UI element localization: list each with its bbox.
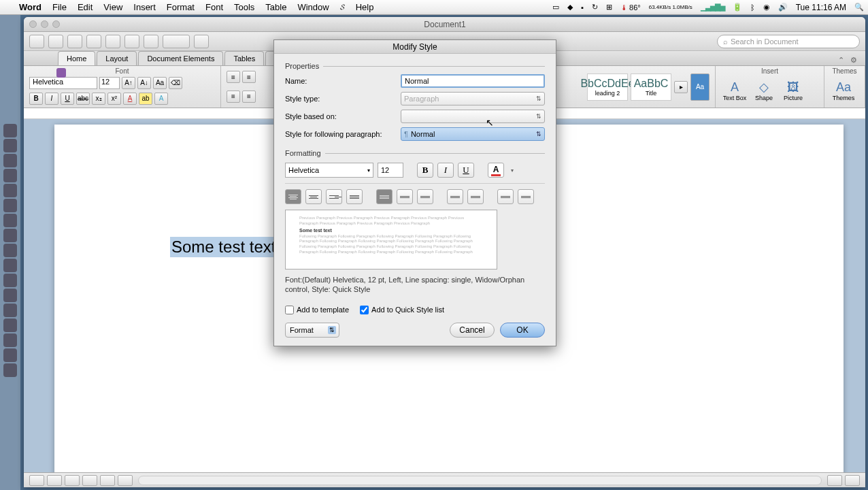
align-justify-button[interactable] (346, 189, 363, 204)
redo-button[interactable] (124, 35, 139, 48)
add-to-quick-style-checkbox[interactable]: Add to Quick Style list (360, 306, 444, 314)
tab-document-elements[interactable]: Document Elements (138, 51, 223, 65)
font-size-select[interactable]: 12 (99, 77, 120, 89)
style-title[interactable]: AaBbCTitle (631, 74, 671, 101)
dock-item[interactable] (3, 304, 17, 317)
bullets-button[interactable]: ≡ (227, 71, 240, 83)
tab-home[interactable]: Home (58, 51, 95, 65)
style-type-select[interactable]: Paragraph (401, 92, 545, 105)
spacing-15-button[interactable] (397, 189, 413, 204)
home-icon[interactable] (56, 68, 66, 78)
change-case-button[interactable]: Aa (153, 77, 167, 89)
shrink-font-button[interactable]: A↓ (137, 77, 151, 89)
menu-file[interactable]: File (47, 2, 72, 12)
menubar-wifi-icon[interactable]: ◉ (759, 3, 774, 12)
highlight-button[interactable]: ab (139, 93, 152, 105)
document-text[interactable]: Some test text (170, 237, 277, 257)
superscript-button[interactable]: x² (107, 93, 121, 105)
dock-item[interactable] (3, 274, 17, 287)
new-doc-button[interactable] (29, 35, 44, 48)
view-print-button[interactable] (29, 475, 44, 486)
search-input[interactable]: Search in Document (717, 35, 860, 48)
zoom-select[interactable] (163, 35, 190, 48)
align-left-button[interactable]: ≡ (227, 91, 240, 103)
dialog-font-select[interactable]: Helvetica (285, 163, 373, 178)
dock-item[interactable] (3, 154, 17, 167)
view-publishing-button[interactable] (65, 475, 80, 486)
subscript-button[interactable]: x₂ (92, 93, 105, 105)
cancel-button[interactable]: Cancel (450, 323, 495, 338)
horizontal-scrollbar[interactable] (138, 476, 822, 485)
format-dropdown[interactable]: Format (285, 323, 339, 338)
app-menu[interactable]: Word (14, 2, 47, 12)
ribbon-collapse-icon[interactable]: ⌃ (838, 56, 848, 65)
menubar-network-icon[interactable]: ⊞ (602, 3, 616, 12)
clear-format-button[interactable]: ⌫ (169, 77, 182, 89)
dock-item[interactable] (3, 333, 17, 347)
menu-view[interactable]: View (98, 2, 128, 12)
tab-layout[interactable]: Layout (97, 51, 137, 65)
dialog-bold-button[interactable]: B (417, 163, 433, 178)
name-input[interactable] (401, 74, 545, 88)
grow-font-button[interactable]: A↑ (122, 77, 135, 89)
dock-item[interactable] (3, 214, 17, 227)
dock-item[interactable] (3, 259, 17, 272)
dock-item[interactable] (3, 139, 17, 152)
space-before-button[interactable] (447, 189, 463, 204)
styles-more-button[interactable]: ▸ (674, 81, 688, 93)
numbering-button[interactable]: ≡ (242, 71, 256, 83)
align-center-button[interactable] (305, 189, 322, 204)
format-painter-button[interactable] (144, 35, 158, 48)
underline-button[interactable]: U (61, 93, 74, 105)
space-after-button[interactable] (467, 189, 484, 204)
view-draft-button[interactable] (118, 475, 133, 486)
style-heading2[interactable]: BbCcDdEeleading 2 (587, 74, 628, 101)
dialog-size-select[interactable]: 12 (378, 163, 403, 178)
align-center-button[interactable]: ≡ (242, 91, 256, 103)
menu-script-icon[interactable]: 𝓢 (335, 3, 350, 12)
menu-format[interactable]: Format (161, 2, 200, 12)
dock-item[interactable] (3, 244, 17, 257)
spacing-single-button[interactable] (376, 189, 393, 204)
open-button[interactable] (48, 35, 63, 48)
ribbon-settings-icon[interactable]: ⚙ (850, 56, 860, 65)
scroll-left-button[interactable] (827, 475, 842, 486)
menu-table[interactable]: Table (260, 2, 292, 12)
scroll-right-button[interactable] (845, 475, 860, 486)
menu-insert[interactable]: Insert (128, 2, 161, 12)
add-to-template-checkbox[interactable]: Add to template (285, 306, 349, 314)
minimize-button[interactable] (41, 20, 48, 28)
print-button[interactable] (86, 35, 101, 48)
dock-item[interactable] (3, 348, 17, 362)
tab-tables[interactable]: Tables (224, 51, 264, 65)
menubar-temp[interactable]: 🌡86° (616, 3, 645, 12)
dialog-underline-button[interactable]: U (458, 163, 474, 178)
menu-edit[interactable]: Edit (72, 2, 98, 12)
close-button[interactable] (29, 20, 37, 28)
dialog-font-color-dropdown[interactable]: ▾ (508, 163, 516, 178)
view-outline-button[interactable] (47, 475, 62, 486)
menubar-sync-icon[interactable]: ↻ (588, 3, 602, 12)
dialog-font-color-button[interactable]: A (488, 163, 504, 178)
align-left-button[interactable] (285, 189, 301, 204)
dock-item[interactable] (3, 229, 17, 242)
ok-button[interactable]: OK (500, 323, 545, 338)
dialog-italic-button[interactable]: I (437, 163, 454, 178)
menubar-volume-icon[interactable]: 🔊 (774, 3, 792, 12)
view-notebook-button[interactable] (82, 475, 97, 486)
dock-item[interactable] (3, 184, 17, 197)
zoom-button[interactable] (52, 20, 60, 28)
undo-button[interactable] (105, 35, 120, 48)
show-marks-button[interactable] (194, 35, 209, 48)
save-button[interactable] (67, 35, 82, 48)
increase-indent-button[interactable] (518, 189, 534, 204)
style-based-on-select[interactable] (401, 110, 545, 123)
dock-item[interactable] (3, 289, 17, 302)
menubar-clock[interactable]: Tue 11:16 AM (792, 3, 850, 12)
menubar-netspeed[interactable]: 63.4KB/s 1.0MB/s (645, 5, 697, 10)
font-family-select[interactable]: Helvetica (29, 77, 97, 89)
menubar-battery-icon[interactable]: 🔋 (729, 3, 746, 12)
dock-item[interactable] (3, 199, 17, 212)
dock-item[interactable] (3, 169, 17, 182)
menu-font[interactable]: Font (200, 2, 229, 12)
